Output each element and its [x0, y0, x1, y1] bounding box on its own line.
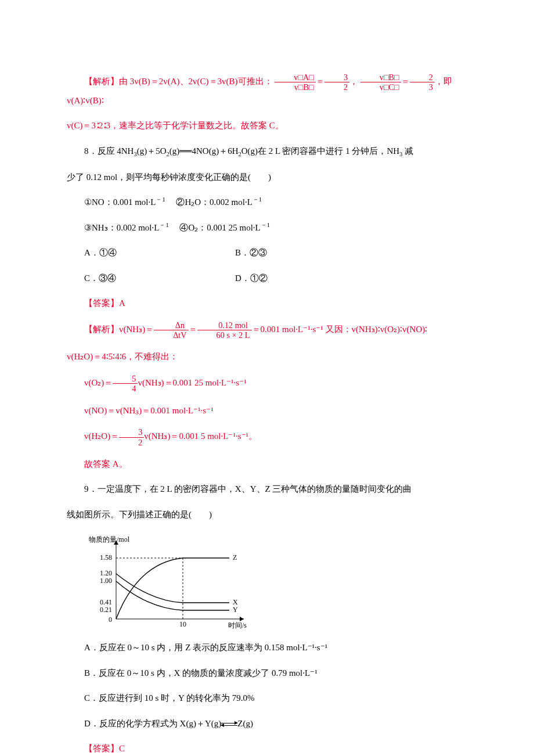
- q8-analysis-line1: 【解析】v(NH₃)＝ΔnΔtV＝0.12 mol60 s × 2 L＝0.00…: [67, 321, 467, 340]
- q9-optB: B．反应在 0～10 s 内，X 的物质的量浓度减少了 0.79 mol·L⁻¹: [67, 665, 467, 682]
- q8-opts-row1: ①NO：0.001 mol·L－1 ②H₂O：0.002 mol·L－1: [67, 194, 467, 211]
- q8-analysis-line2: v(H₂O)＝4∶5∶4∶6，不难得出：: [67, 348, 467, 365]
- q7-frac2: v□B□v□C□: [360, 73, 401, 92]
- q9-optA: A．反应在 0～10 s 内，用 Z 表示的反应速率为 0.158 mol·L⁻…: [67, 639, 467, 656]
- q8-choice-row2: C．③④ D．①②: [67, 270, 467, 287]
- svg-text:1.20: 1.20: [100, 569, 112, 577]
- q9-optD: D．反应的化学方程式为 X(g)＋Y(g)Z(g): [67, 715, 467, 732]
- q8-stem-line2: 少了 0.12 mol，则平均每秒钟浓度变化正确的是( ): [67, 169, 467, 186]
- q8-choice-b: B．②③: [218, 244, 267, 261]
- q8-choice-a: A．①④: [67, 244, 218, 261]
- svg-text:1.00: 1.00: [100, 577, 112, 585]
- svg-text:1.58: 1.58: [100, 553, 112, 561]
- q7-analysis-line2: v(C)＝3∶2∶3，速率之比等于化学计量数之比。故答案 C。: [67, 117, 467, 134]
- q8-frac-dn: ΔnΔtV: [154, 321, 188, 340]
- chart-xlabel: 时间/s: [228, 621, 247, 629]
- svg-marker-1: [240, 617, 244, 621]
- q9-stem-line2: 线如图所示。下列描述正确的是( ): [67, 506, 467, 523]
- q9-chart: 0 0.21 0.41 1.00 1.20 1.58 10 物质的量/mol 时…: [84, 531, 467, 631]
- svg-text:0.21: 0.21: [100, 606, 112, 614]
- q8-calc3: v(H₂O)＝32v(NH₃)＝0.001 5 mol·L⁻¹·s⁻¹。: [67, 427, 467, 447]
- svg-text:0: 0: [109, 615, 112, 624]
- chart-svg: 0 0.21 0.41 1.00 1.20 1.58 10 物质的量/mol 时…: [84, 535, 258, 631]
- svg-text:Y: Y: [233, 606, 238, 614]
- q8-opts-row2: ③NH₃：0.002 mol·L－1 ④O₂：0.001 25 mol·L－1: [67, 219, 467, 236]
- svg-text:X: X: [233, 598, 238, 606]
- q9-answer: 【答案】C: [67, 740, 467, 756]
- q9-optC: C．反应进行到 10 s 时，Y 的转化率为 79.0%: [67, 690, 467, 707]
- q7-frac1b: 32: [324, 73, 349, 92]
- q8-calc1: v(O₂)＝54v(NH₃)＝0.001 25 mol·L⁻¹·s⁻¹: [67, 374, 467, 394]
- q9-stem-line1: 9．一定温度下，在 2 L 的密闭容器中，X、Y、Z 三种气体的物质的量随时间变…: [67, 481, 467, 498]
- chart-ylabel: 物质的量/mol: [89, 535, 130, 543]
- q8-choice-row1: A．①④ B．②③: [67, 244, 467, 261]
- svg-text:Z: Z: [233, 553, 237, 561]
- svg-text:10: 10: [179, 620, 186, 628]
- q7-frac1: v□A□v□B□: [275, 73, 316, 92]
- q8-choice-d: D．①②: [218, 270, 268, 287]
- svg-text:0.41: 0.41: [100, 598, 112, 606]
- q8-calc2: v(NO)＝v(NH₃)＝0.001 mol·L⁻¹·s⁻¹: [67, 402, 467, 419]
- analysis-prefix: 【解析】: [84, 77, 119, 86]
- document-page: 【解析】由 3v(B)＝2v(A)、2v(C)＝3v(B)可推出： v□A□v□…: [0, 0, 534, 756]
- q7-analysis-line1: 【解析】由 3v(B)＝2v(A)、2v(C)＝3v(B)可推出： v□A□v□…: [67, 73, 467, 109]
- q7-frac2b: 23: [410, 73, 435, 92]
- q8-stem-line1: 8．反应 4NH3(g)＋5O2(g)══4NO(g)＋6H2O(g)在 2 L…: [67, 143, 467, 160]
- q8-answer: 【答案】A: [67, 295, 467, 312]
- q8-analysis-end: 故答案 A。: [67, 456, 467, 473]
- q7-ana-body: 由 3v(B)＝2v(A)、2v(C)＝3v(B)可推出： v□A□v□B□＝3…: [67, 77, 452, 105]
- q8-choice-c: C．③④: [67, 270, 218, 287]
- q8-frac-val: 0.12 mol60 s × 2 L: [197, 321, 252, 340]
